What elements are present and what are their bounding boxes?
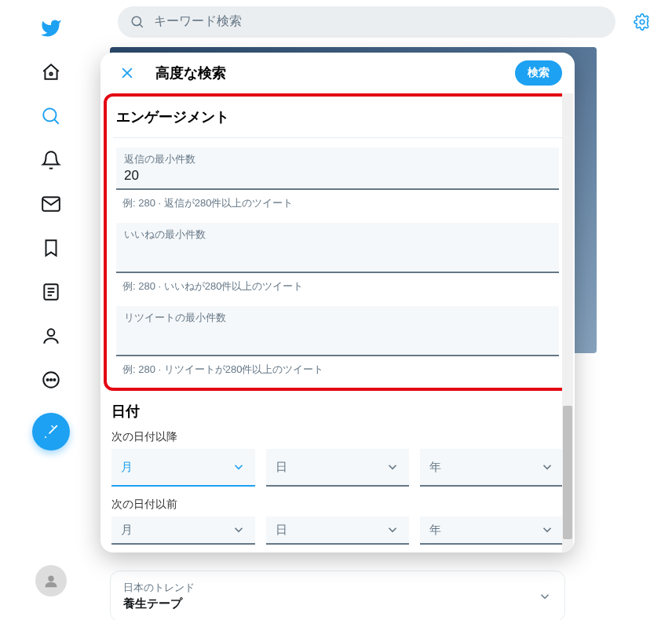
svg-point-12 [53,379,55,381]
home-icon[interactable] [32,53,70,91]
trend-title: 養生テープ [123,596,195,611]
more-icon[interactable] [32,361,70,399]
month-select-before[interactable]: 月 [111,516,255,545]
explore-icon[interactable] [32,97,70,135]
month-label: 月 [121,523,133,538]
year-label: 年 [429,460,441,475]
min-likes-input[interactable] [124,242,551,261]
chevron-down-icon [232,523,246,537]
date-after-label: 次の日付以降 [111,430,564,449]
date-section-title: 日付 [111,397,564,430]
day-select-after[interactable]: 日 [266,449,410,487]
trend-item[interactable]: 日本のトレンド 養生テープ [110,571,565,620]
notifications-icon[interactable] [32,141,70,179]
day-select-before[interactable]: 日 [266,516,410,545]
profile-icon[interactable] [32,317,70,355]
compose-tweet-button[interactable] [32,413,70,450]
messages-icon[interactable] [32,185,70,223]
min-likes-field[interactable]: いいねの最小件数 [116,223,559,273]
chevron-down-icon [540,523,554,537]
year-label: 年 [429,523,441,538]
modal-title: 高度な検索 [155,64,226,82]
sidebar [0,0,102,620]
year-select-before[interactable]: 年 [420,516,564,545]
chevron-down-icon [385,523,400,537]
min-retweets-label: リツイートの最小件数 [124,311,551,325]
year-select-after[interactable]: 年 [420,449,564,487]
min-retweets-field[interactable]: リツイートの最小件数 [116,306,559,356]
day-label: 日 [276,460,287,475]
search-button[interactable]: 検索 [515,60,562,86]
advanced-search-modal: 高度な検索 検索 エンゲージメント 返信の最小件数 例: 280 · 返信が28… [100,53,575,553]
min-replies-label: 返信の最小件数 [124,152,551,166]
avatar[interactable] [35,565,67,596]
highlight-box: エンゲージメント 返信の最小件数 例: 280 · 返信が280件以上のツイート… [104,93,572,391]
chevron-down-icon [540,460,554,474]
min-replies-field[interactable]: 返信の最小件数 [116,148,559,190]
svg-line-15 [140,24,143,27]
bookmarks-icon[interactable] [32,229,70,267]
month-select-after[interactable]: 月 [111,449,255,487]
svg-point-11 [50,379,52,381]
modal-body: エンゲージメント 返信の最小件数 例: 280 · 返信が280件以上のツイート… [100,93,575,553]
svg-point-0 [49,73,52,75]
svg-point-16 [640,20,645,24]
day-label: 日 [276,523,287,538]
lists-icon[interactable] [32,273,70,311]
trend-category: 日本のトレンド [123,581,195,595]
gear-icon[interactable] [628,8,656,36]
close-icon[interactable] [113,59,141,87]
chevron-down-icon [385,460,400,474]
modal-header: 高度な検索 検索 [100,53,575,93]
engagement-section-title: エンゲージメント [113,103,562,138]
month-label: 月 [121,460,133,475]
chevron-down-icon[interactable] [538,589,552,604]
min-retweets-input[interactable] [124,325,551,344]
svg-point-10 [47,379,49,381]
scroll-thumb[interactable] [563,406,572,539]
svg-point-13 [48,576,53,582]
date-before-label: 次の日付以前 [111,498,564,516]
min-replies-hint: 例: 280 · 返信が280件以上のツイート [116,190,559,213]
twitter-logo-icon[interactable] [32,9,70,47]
search-placeholder: キーワード検索 [154,13,242,30]
date-section: 日付 次の日付以降 月 日 年 次の日付以前 月 [100,391,575,553]
scrollbar[interactable] [562,93,573,553]
svg-line-2 [54,119,58,123]
svg-point-14 [132,16,141,25]
svg-point-8 [48,329,55,336]
topbar: キーワード検索 [102,0,672,43]
search-input[interactable]: キーワード検索 [118,6,615,38]
min-likes-hint: 例: 280 · いいねが280件以上のツイート [116,273,559,297]
min-replies-input[interactable] [124,166,551,185]
chevron-down-icon [232,460,246,474]
min-retweets-hint: 例: 280 · リツイートが280件以上のツイート [116,356,559,380]
svg-point-1 [43,108,56,121]
min-likes-label: いいねの最小件数 [124,228,551,242]
